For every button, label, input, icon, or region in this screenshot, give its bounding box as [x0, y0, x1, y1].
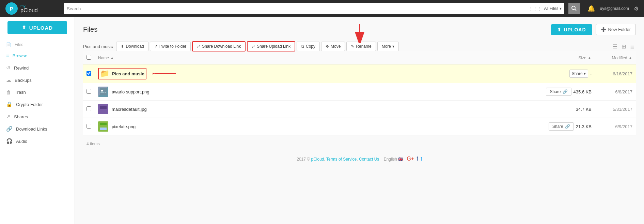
row-checkbox-cell: [83, 83, 95, 101]
sidebar-files-section: 📄 Files: [0, 40, 75, 50]
sidebar-item-download-links[interactable]: 🔗 Download Links: [0, 123, 75, 135]
link-icon: 🔗: [563, 89, 568, 94]
modified-column-header[interactable]: Modified ▲: [595, 51, 636, 64]
footer-contact-link[interactable]: Contact Us: [359, 157, 379, 162]
invite-to-folder-button[interactable]: ↗ Invite to Folder: [150, 42, 191, 51]
row-name-cell: 📁 Pics and music: [95, 64, 527, 83]
logo-text: my pCloud: [20, 4, 38, 13]
sidebar-item-crypto[interactable]: 🔒 Crypto Folder: [0, 98, 75, 110]
svg-point-0: [572, 6, 575, 10]
all-files-button[interactable]: All Files ▾: [544, 6, 562, 11]
logo-icon: P: [5, 2, 18, 15]
rename-button[interactable]: ✎ Rename: [346, 42, 376, 51]
share-upload-link-button[interactable]: ⇌ Share Upload Link: [247, 41, 295, 51]
share-button[interactable]: Share 🔗: [549, 122, 574, 131]
main-layout: ⬆ UPLOAD 📄 Files ≡ Browse ↺ Rewind ☁ Bac…: [0, 17, 644, 224]
share-chevron-icon: ▾: [584, 71, 586, 76]
download-button[interactable]: ⬇ Download: [116, 42, 148, 51]
more-chevron-icon: ▾: [392, 44, 394, 49]
sidebar-upload-button[interactable]: ⬆ UPLOAD: [7, 21, 67, 34]
annotation-arrow-left: [153, 69, 176, 78]
footer-google-plus-link[interactable]: G+: [407, 156, 414, 162]
notification-bell-icon[interactable]: 🔔: [587, 5, 595, 12]
search-icon: [571, 6, 577, 11]
sidebar-item-browse[interactable]: ≡ Browse: [0, 50, 75, 62]
sidebar-item-shares[interactable]: ↗ Shares: [0, 110, 75, 123]
table-row: maxresdefault.jpg 34.7 KB 5/31/2017: [83, 101, 636, 118]
more-button[interactable]: More ▾: [377, 42, 399, 51]
footer-twitter-link[interactable]: t: [421, 156, 422, 162]
nav-right: 🔔 uys@gmail.com ⚙: [587, 5, 639, 12]
size-column-header[interactable]: Size ▲: [527, 51, 595, 64]
svg-rect-10: [100, 109, 107, 113]
svg-rect-13: [100, 128, 107, 130]
rewind-icon: ↺: [6, 65, 11, 71]
row-checkbox-cell: [83, 118, 95, 135]
search-submit-button[interactable]: [568, 3, 580, 14]
row-checkbox-cell: [83, 64, 95, 83]
share-dropdown-button[interactable]: Share ▾: [569, 70, 588, 78]
compact-view-button[interactable]: ≣: [629, 43, 636, 50]
footer-copyright: ©: [307, 157, 310, 162]
sidebar-navigation: ≡ Browse ↺ Rewind ☁ Backups 🗑 Trash 🔒 Cr…: [0, 50, 75, 147]
file-thumbnail: [98, 87, 108, 97]
row-checkbox[interactable]: [87, 89, 91, 94]
file-name: pixelate.png: [112, 124, 136, 129]
svg-rect-11: [100, 123, 107, 125]
list-view-button[interactable]: ☰: [611, 43, 619, 50]
select-all-checkbox[interactable]: [87, 55, 91, 60]
share-download-link-button[interactable]: ⇌ Share Download Link: [192, 41, 246, 51]
trash-icon: 🗑: [6, 89, 11, 95]
top-navigation: P my pCloud ⋮⋮⋮ All Files ▾ 🔔 uys@gmail.…: [0, 0, 644, 17]
settings-gear-icon[interactable]: ⚙: [634, 5, 639, 12]
modified-sort-icon: ▲: [628, 56, 632, 60]
sidebar-item-audio[interactable]: 🎧 Audio: [0, 135, 75, 147]
table-header: Name ▲ Size ▲ Modified ▲: [83, 51, 636, 64]
folder-size: -: [590, 71, 592, 76]
footer-facebook-link[interactable]: f: [417, 156, 418, 162]
row-modified-cell: 6/9/2017: [595, 118, 636, 135]
crypto-icon: 🔒: [6, 101, 13, 107]
file-table-section: Name ▲ Size ▲ Modified ▲: [83, 51, 636, 149]
name-sort-icon: ▲: [110, 56, 114, 60]
row-name-cell: pixelate.png: [95, 118, 527, 135]
file-size: 21.3 KB: [576, 124, 592, 129]
table-row: awario support.png Share 🔗 435.6 KB: [83, 83, 636, 101]
main-upload-button[interactable]: ⬆ UPLOAD: [551, 24, 592, 35]
share-button[interactable]: Share 🔗: [546, 88, 571, 96]
file-size: 435.6 KB: [574, 89, 592, 94]
size-sort-icon: ▲: [587, 56, 592, 60]
svg-rect-12: [100, 125, 107, 128]
copy-button[interactable]: ⧉ Copy: [297, 42, 320, 51]
grid-view-button[interactable]: ⊞: [620, 43, 627, 50]
move-button[interactable]: ✥ Move: [321, 42, 345, 51]
row-checkbox[interactable]: [87, 106, 91, 111]
breadcrumb[interactable]: Pics and music: [83, 44, 113, 49]
file-size: 34.7 KB: [576, 107, 592, 112]
footer-tos-link[interactable]: Terms of Service: [326, 157, 357, 162]
file-thumbnail: [98, 121, 108, 132]
toolbar-wrapper: Pics and music ⬇ Download ↗ Invite to Fo…: [83, 41, 636, 51]
search-input[interactable]: [67, 6, 527, 11]
new-folder-icon: ➕: [601, 27, 606, 32]
file-thumbnail: [98, 104, 108, 114]
svg-line-1: [575, 9, 576, 11]
sidebar-item-trash[interactable]: 🗑 Trash: [0, 86, 75, 98]
row-checkbox[interactable]: [87, 71, 91, 76]
copy-icon: ⧉: [301, 44, 304, 49]
name-column-header[interactable]: Name ▲: [95, 51, 527, 64]
row-checkbox[interactable]: [87, 124, 91, 129]
footer-pcloud-link[interactable]: pCloud: [311, 157, 324, 162]
backups-icon: ☁: [6, 77, 11, 83]
sidebar-item-rewind[interactable]: ↺ Rewind: [0, 62, 75, 74]
sidebar-item-backups[interactable]: ☁ Backups: [0, 74, 75, 86]
download-links-icon: 🔗: [6, 126, 13, 132]
sidebar: ⬆ UPLOAD 📄 Files ≡ Browse ↺ Rewind ☁ Bac…: [0, 17, 75, 224]
new-folder-button[interactable]: ➕ New Folder: [596, 24, 636, 35]
select-all-header: [83, 51, 95, 64]
main-header: Files ⬆ UPLOAD ➕ New Folder: [83, 24, 636, 35]
file-table-body: 📁 Pics and music: [83, 64, 636, 135]
rename-icon: ✎: [351, 44, 354, 49]
main-content: Files ⬆ UPLOAD ➕ New Folder: [75, 17, 644, 224]
row-size-cell: 34.7 KB: [527, 101, 595, 118]
